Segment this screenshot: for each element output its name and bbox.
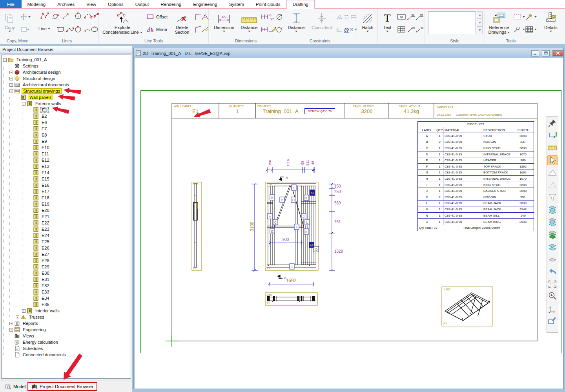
equal-constraint-button[interactable] [350, 12, 357, 22]
tree-item-e7[interactable]: E7 [2, 126, 131, 132]
ruler-icon[interactable] [547, 143, 558, 153]
drawing-canvas[interactable]: WALL PANEL E1 QUANTITY 1 PROJECT Trainin… [135, 58, 563, 388]
parallel-constraint-button[interactable] [343, 12, 350, 22]
dimension-button[interactable]: 45 Dimension [210, 9, 238, 37]
text-dropdown-icon[interactable] [386, 31, 388, 32]
restore-button[interactable] [542, 50, 550, 57]
text-button[interactable]: T Text [379, 9, 395, 37]
reference-drawings-dropdown-icon[interactable] [507, 32, 510, 33]
tree-item-e14[interactable]: E14 [2, 170, 131, 176]
copy-to-view-button[interactable] [20, 25, 31, 34]
expand-toggle-icon[interactable]: + [9, 322, 13, 325]
distance-dim-button[interactable]: Distance [239, 9, 260, 37]
zoom-plus-icon[interactable] [547, 291, 558, 301]
layers-stack-icon[interactable] [547, 205, 558, 215]
text-leader-button[interactable]: txt [407, 12, 416, 22]
probe-dropdown-icon[interactable] [534, 16, 537, 18]
tab-view[interactable]: View [80, 0, 102, 8]
fix-hatch-constraint-button[interactable] [343, 25, 350, 34]
details-button[interactable]: Details [540, 9, 561, 37]
tree-item-settings[interactable]: Settings [2, 63, 131, 69]
tree-item-e19[interactable]: E19 [2, 201, 131, 207]
probe-button[interactable] [525, 12, 537, 22]
tree-item-e13[interactable]: E13 [2, 163, 131, 170]
text-leader2-button[interactable]: txt [416, 12, 424, 22]
tab-system[interactable]: System [223, 0, 250, 8]
tree-item-e17[interactable]: E17 [2, 188, 131, 195]
distance-dim-dropdown-icon[interactable] [248, 31, 250, 32]
explode-dropdown-icon[interactable] [140, 32, 142, 33]
undo-icon[interactable] [547, 266, 558, 276]
tree-item-e34[interactable]: E34 [2, 295, 131, 301]
text-pencil-leader2-button[interactable]: txt [416, 25, 424, 34]
tab-project-document-browser[interactable]: Project Document Browser [27, 382, 97, 391]
copy-dropdown-icon[interactable] [9, 31, 11, 32]
tree-item-e29[interactable]: E29 [2, 264, 131, 270]
distance-constraint-button[interactable]: Distance [285, 9, 308, 37]
tree-item-e31[interactable]: E31 [2, 276, 131, 283]
tree-item-e20[interactable]: E20 [2, 207, 131, 213]
expand-toggle-icon[interactable]: - [22, 102, 26, 106]
delete-constraint-button[interactable] [350, 25, 357, 34]
window-titlebar[interactable]: 2D: Training_001_A - D:/... /se/SE_E1@A.… [134, 48, 563, 58]
tab-drafting[interactable]: Drafting [286, 0, 315, 9]
expand-toggle-icon[interactable]: - [9, 89, 13, 93]
move-dropdown-icon[interactable] [28, 16, 31, 18]
tab-engineering[interactable]: Engineering [187, 0, 223, 8]
tree-item-e6[interactable]: E6 [2, 119, 131, 126]
dim-chain2-button[interactable] [261, 25, 268, 34]
layer-single-icon[interactable] [547, 254, 558, 264]
move-button[interactable] [20, 12, 31, 22]
tree-item-e26[interactable]: E26 [2, 245, 131, 251]
dim-diameter-button[interactable] [275, 12, 283, 22]
tree-item-e9[interactable]: E9 [2, 138, 131, 144]
tree-item-structural-design[interactable]: +Structural design [2, 75, 131, 82]
perpendicular-constraint-button[interactable] [336, 25, 343, 34]
axes-icon[interactable] [547, 304, 558, 314]
copy-button[interactable]: Copy [1, 9, 19, 37]
tree-item-e28[interactable]: E28 [2, 257, 131, 264]
ellipse-tool-button[interactable] [90, 25, 99, 34]
grid-dropdown-icon[interactable] [534, 29, 537, 30]
tree-item-e22[interactable]: E22 [2, 220, 131, 226]
tree-item-exterior-walls[interactable]: -Exterior walls [2, 100, 131, 107]
details-dropdown-icon[interactable] [550, 31, 552, 32]
explode-concatenated-line-button[interactable]: Explode Concatenated Line [101, 9, 144, 37]
minimize-button[interactable] [531, 50, 539, 57]
dim-circle-edit-button[interactable] [275, 25, 283, 34]
tree-item-e33[interactable]: E33 [2, 289, 131, 295]
pan-view-icon[interactable] [547, 316, 558, 326]
spline-tool-button[interactable] [90, 11, 99, 21]
dim-edit-button[interactable] [268, 25, 276, 34]
selection-area-button[interactable] [513, 12, 525, 22]
mirror-button[interactable]: Mirror [146, 26, 168, 33]
tree-item-training-001-a[interactable]: -Training_001_A [2, 57, 131, 63]
measure-path-icon[interactable] [547, 131, 558, 140]
close-button[interactable] [552, 50, 563, 57]
tree-item-energy-calculation[interactable]: zEnergy calculation [2, 339, 131, 345]
select-rect-icon[interactable] [547, 279, 558, 289]
triangle-dashed-icon[interactable] [547, 180, 558, 190]
style-scroll-down-button[interactable] [477, 19, 483, 26]
pin-icon[interactable] [547, 118, 558, 128]
measure-id-button[interactable]: 1 [513, 25, 525, 34]
hatch-button[interactable]: Hatch [359, 9, 376, 37]
coincident-button[interactable]: Coincident [309, 9, 334, 37]
expand-toggle-icon[interactable]: + [22, 309, 26, 313]
tab-options[interactable]: Options [102, 0, 129, 8]
tree-item-e30[interactable]: E30 [2, 270, 131, 276]
polygon-tool-button[interactable] [50, 11, 60, 21]
tree-item-schedules[interactable]: Schedules [2, 345, 131, 352]
grid-button[interactable] [525, 25, 537, 34]
tree-item-e21[interactable]: E21 [2, 213, 131, 220]
tab-archives[interactable]: Archives [51, 0, 80, 8]
style-more-button[interactable] [477, 27, 483, 34]
tree-item-trusses[interactable]: +Trusses [2, 314, 131, 320]
reference-drawings-button[interactable]: Reference Drawings [486, 9, 512, 37]
delete-section-button[interactable]: Delete Section [172, 9, 192, 37]
tab-output[interactable]: Output [129, 0, 155, 8]
expand-toggle-icon[interactable]: + [9, 71, 13, 74]
dim-chain-button[interactable] [261, 12, 268, 22]
tree-item-e18[interactable]: E18 [2, 195, 131, 201]
tree-item-e8[interactable]: E8 [2, 132, 131, 138]
